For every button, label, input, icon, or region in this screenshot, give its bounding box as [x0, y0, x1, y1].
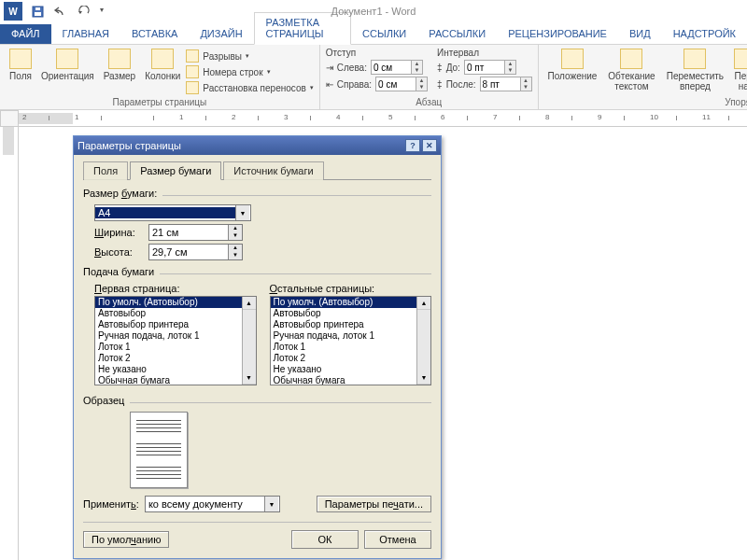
back-label: Пере наз	[733, 71, 747, 91]
size-button[interactable]: Размер	[100, 47, 139, 95]
paper-size-combo[interactable]: ▼	[94, 204, 251, 221]
spacing-after-icon: ‡	[437, 79, 443, 90]
tab-home[interactable]: ГЛАВНАЯ	[51, 24, 120, 44]
indent-left-icon: ⇥	[326, 63, 333, 73]
list-item[interactable]: Лоток 1	[95, 342, 242, 353]
spacing-before-icon: ‡	[437, 63, 443, 73]
page-setup-dialog: Параметры страницы ? ✕ Поля Размер бумаг…	[73, 135, 442, 559]
send-backward-button[interactable]: Пере наз	[729, 47, 747, 93]
list-item[interactable]: По умолч. (Автовыбор)	[95, 297, 242, 308]
list-item[interactable]: Обычная бумага	[95, 375, 242, 385]
vertical-ruler[interactable]	[0, 127, 19, 560]
list-item[interactable]: Автовыбор	[271, 308, 417, 319]
wrap-label: Обтекание текстом	[606, 71, 656, 91]
tab-review[interactable]: РЕЦЕНЗИРОВАНИЕ	[497, 24, 618, 44]
list-item[interactable]: Ручная подача, лоток 1	[271, 330, 417, 342]
other-pages-label: Остальные страницы:	[270, 283, 432, 294]
indent-left-input[interactable]: ▲▼	[371, 60, 423, 75]
cancel-button[interactable]: Отмена	[364, 530, 431, 549]
wrap-text-button[interactable]: Обтекание текстом	[602, 47, 660, 93]
line-numbers-button[interactable]: Номера строк▾	[186, 64, 313, 79]
orientation-label: Ориентация	[41, 71, 94, 81]
list-item[interactable]: Автовыбор принтера	[271, 319, 417, 330]
chevron-down-icon[interactable]: ▼	[264, 497, 278, 511]
tab-view[interactable]: ВИД	[618, 24, 662, 44]
ruler-corner	[0, 110, 19, 127]
spacing-after-input[interactable]: ▲▼	[480, 77, 532, 91]
dlg-tab-source[interactable]: Источник бумаги	[223, 161, 323, 180]
bring-forward-button[interactable]: Переместить вперед	[662, 47, 727, 93]
word-icon: W	[4, 2, 22, 21]
indent-left-label: Слева:	[337, 63, 367, 73]
ok-button[interactable]: ОК	[291, 530, 359, 549]
list-item[interactable]: Автовыбор	[95, 308, 242, 319]
hyphenation-button[interactable]: Расстановка переносов▾	[186, 80, 313, 95]
spacing-after-label: После:	[446, 79, 476, 90]
height-label: Высота:	[94, 246, 143, 258]
chevron-down-icon[interactable]: ▼	[235, 205, 249, 220]
columns-button[interactable]: Колонки	[141, 47, 184, 95]
tab-file[interactable]: ФАЙЛ	[0, 24, 51, 44]
dlg-tab-margins[interactable]: Поля	[83, 161, 128, 180]
quick-access-toolbar: ▾	[32, 6, 104, 18]
margins-label: Поля	[9, 71, 32, 81]
tab-page-layout[interactable]: РАЗМЕТКА СТРАНИЦЫ	[254, 12, 352, 45]
dlg-tab-paper[interactable]: Размер бумаги	[130, 161, 221, 180]
print-options-button[interactable]: Параметры печати...	[317, 496, 431, 512]
svg-rect-2	[35, 7, 40, 10]
list-item[interactable]: Обычная бумага	[271, 375, 417, 385]
list-item[interactable]: Автовыбор принтера	[95, 319, 242, 330]
tab-references[interactable]: ССЫЛКИ	[351, 24, 417, 44]
tab-insert[interactable]: ВСТАВКА	[120, 24, 189, 44]
redo-icon[interactable]	[78, 6, 91, 18]
hyphen-label: Расстановка переносов	[203, 83, 305, 93]
list-item[interactable]: Лоток 1	[271, 342, 417, 353]
list-item[interactable]: Лоток 2	[271, 353, 417, 364]
tab-design[interactable]: ДИЗАЙН	[189, 24, 253, 44]
size-label: Размер	[104, 71, 135, 81]
first-page-listbox[interactable]: По умолч. (Автовыбор)АвтовыборАвтовыбор …	[94, 296, 257, 385]
width-label: Ширина:	[94, 227, 143, 238]
spacing-before-input[interactable]: ▲▼	[464, 60, 516, 75]
dialog-title: Параметры страницы	[78, 140, 403, 151]
orientation-button[interactable]: Ориентация	[37, 47, 98, 95]
tab-mailings[interactable]: РАССЫЛКИ	[417, 24, 497, 44]
undo-icon[interactable]	[53, 6, 68, 18]
breaks-label: Разрывы	[203, 51, 242, 62]
apply-to-combo[interactable]: ▼	[145, 496, 280, 512]
preview-icon	[130, 412, 188, 488]
other-pages-listbox[interactable]: По умолч. (Автовыбор)АвтовыборАвтовыбор …	[270, 296, 432, 385]
position-button[interactable]: Положение	[544, 47, 601, 93]
hyphen-icon	[186, 81, 199, 94]
document-title: Документ1 - Word	[331, 6, 416, 17]
margins-button[interactable]: Поля	[6, 47, 35, 95]
paper-size-value[interactable]	[95, 207, 235, 218]
spacing-before-label: До:	[446, 63, 460, 73]
save-icon[interactable]	[32, 6, 44, 18]
breaks-button[interactable]: Разрывы▾	[186, 49, 313, 63]
horizontal-ruler[interactable]: 21123456789101112	[19, 110, 747, 127]
list-item[interactable]: Не указано	[95, 364, 242, 375]
close-button[interactable]: ✕	[422, 139, 437, 152]
paper-feed-heading: Подача бумаги	[83, 266, 160, 277]
width-input[interactable]: ▲▼	[148, 224, 243, 241]
tab-addins[interactable]: НАДСТРОЙК	[662, 24, 747, 44]
dialog-titlebar[interactable]: Параметры страницы ? ✕	[74, 136, 441, 155]
default-button[interactable]: По умолчанию	[83, 531, 169, 548]
list-item[interactable]: Лоток 2	[95, 353, 242, 364]
sample-heading: Образец	[83, 395, 130, 406]
list-item[interactable]: Ручная подача, лоток 1	[95, 330, 242, 342]
ribbon-tabs: ФАЙЛ ГЛАВНАЯ ВСТАВКА ДИЗАЙН РАЗМЕТКА СТР…	[0, 22, 747, 45]
indent-right-input[interactable]: ▲▼	[375, 77, 428, 91]
title-bar: W ▾ Документ1 - Word	[0, 0, 747, 22]
scrollbar[interactable]: ▲▼	[416, 297, 430, 385]
position-label: Положение	[548, 71, 598, 81]
list-item[interactable]: По умолч. (Автовыбор)	[271, 297, 417, 308]
qat-customize-icon[interactable]: ▾	[100, 6, 104, 18]
scrollbar[interactable]: ▲▼	[242, 297, 256, 385]
list-item[interactable]: Не указано	[271, 364, 417, 375]
group-arrange-label: Упорядо	[544, 95, 747, 107]
dialog-tabs: Поля Размер бумаги Источник бумаги	[83, 161, 431, 180]
help-button[interactable]: ?	[405, 139, 420, 152]
height-input[interactable]: ▲▼	[148, 244, 243, 260]
